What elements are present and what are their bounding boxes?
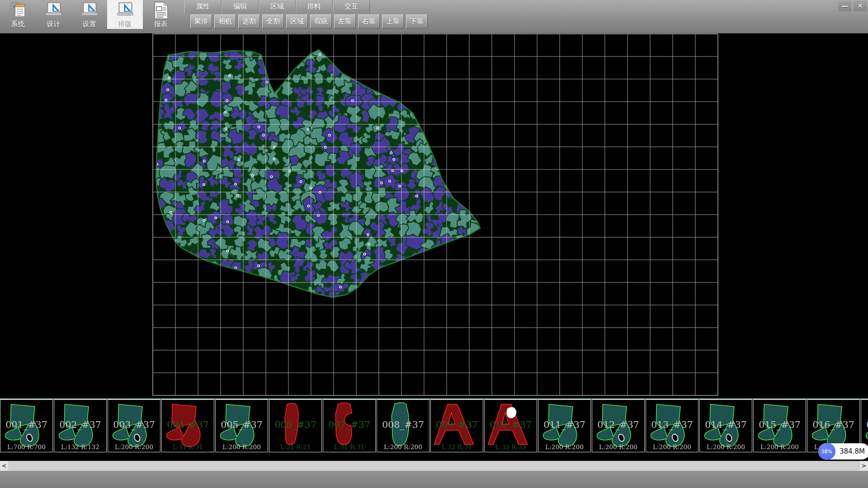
tool-button-0[interactable]: 聚排 bbox=[190, 14, 212, 28]
svg-text:016_#37: 016_#37 bbox=[812, 419, 854, 430]
svg-text:011_#37: 011_#37 bbox=[543, 419, 585, 430]
scroll-right-button[interactable]: > bbox=[860, 461, 868, 471]
thumbnail-013_#37[interactable]: 013_#37L:200 R:200 bbox=[646, 399, 698, 452]
memory-size-label: 384.8M bbox=[840, 447, 865, 455]
horizontal-scrollbar[interactable]: < > bbox=[0, 461, 868, 471]
thumbnail-009_#37[interactable]: 009_#37L:32 R:31 bbox=[430, 399, 483, 452]
tab-bar: 系统设计设置排版报表 bbox=[0, 0, 179, 29]
menu-item-4[interactable]: 交互 bbox=[333, 0, 370, 13]
thumbnail-005_#37[interactable]: 005_#37L:200 R:200 bbox=[215, 399, 268, 452]
tab-label: 设置 bbox=[83, 20, 96, 28]
report-icon bbox=[151, 0, 171, 20]
tool-button-8[interactable]: 上靠 bbox=[382, 14, 404, 28]
thumbnail-014_#37[interactable]: 014_#37L:200 R:200 bbox=[699, 399, 752, 452]
tool-button-row: 聚排相机选割全割区域瑕疵左靠右靠上靠下靠 bbox=[190, 14, 428, 28]
menu-item-2[interactable]: 区域 bbox=[259, 0, 296, 13]
tab-report[interactable]: 报表 bbox=[143, 0, 179, 29]
nesting-canvas[interactable] bbox=[0, 33, 868, 399]
piece-thumbnail-strip: 001_#37L:700 R:700002_#37L:132 R:132003_… bbox=[0, 399, 868, 454]
tab-settings[interactable]: 设置 bbox=[71, 0, 107, 29]
svg-text:L:200 R:200: L:200 R:200 bbox=[653, 443, 691, 450]
thumbnail-007_#37[interactable]: 007_#37L:31 R:31 bbox=[323, 399, 376, 452]
tab-system[interactable]: 系统 bbox=[0, 0, 36, 29]
settings-icon bbox=[79, 0, 100, 20]
thumbnail-001_#37[interactable]: 001_#37L:700 R:700 bbox=[0, 399, 53, 452]
tool-button-1[interactable]: 相机 bbox=[214, 14, 236, 28]
svg-text:L:33 R:33: L:33 R:33 bbox=[495, 443, 526, 450]
svg-text:002_#37: 002_#37 bbox=[59, 419, 101, 430]
svg-text:L:200 R:200: L:200 R:200 bbox=[115, 443, 153, 450]
design-icon bbox=[43, 0, 64, 20]
tool-button-6[interactable]: 左靠 bbox=[334, 14, 356, 28]
svg-text:010_#37: 010_#37 bbox=[490, 419, 531, 430]
tool-button-3[interactable]: 全割 bbox=[262, 14, 284, 28]
svg-text:L:200 R:200: L:200 R:200 bbox=[384, 443, 422, 450]
tool-button-2[interactable]: 选割 bbox=[238, 14, 260, 28]
svg-text:006_#37: 006_#37 bbox=[274, 419, 316, 430]
tab-label: 系统 bbox=[11, 20, 25, 28]
tab-label: 报表 bbox=[154, 20, 168, 28]
svg-text:015_#37: 015_#37 bbox=[759, 419, 800, 430]
svg-text:L:31 R:31: L:31 R:31 bbox=[173, 443, 203, 450]
svg-text:001_#37: 001_#37 bbox=[5, 419, 47, 430]
thumbnail-012_#37[interactable]: 012_#37L:200 R:200 bbox=[592, 399, 645, 452]
svg-text:013_#37: 013_#37 bbox=[651, 419, 693, 430]
window-controls: — ✕ bbox=[838, 1, 867, 11]
menu-item-0[interactable]: 属性 bbox=[184, 0, 222, 13]
close-button[interactable]: ✕ bbox=[854, 1, 867, 11]
tab-label: 排版 bbox=[118, 20, 132, 28]
svg-text:L:200 R:200: L:200 R:200 bbox=[599, 443, 637, 450]
scroll-left-button[interactable]: < bbox=[0, 461, 8, 471]
menu-item-1[interactable]: 编辑 bbox=[222, 0, 259, 13]
thumbnail-011_#37[interactable]: 011_#37L:200 R:200 bbox=[538, 399, 591, 452]
system-icon bbox=[8, 0, 28, 20]
tool-button-9[interactable]: 下靠 bbox=[406, 14, 428, 28]
svg-text:L:200 R:200: L:200 R:200 bbox=[545, 443, 584, 450]
svg-text:005_#37: 005_#37 bbox=[221, 419, 262, 430]
svg-text:007_#37: 007_#37 bbox=[328, 419, 370, 430]
svg-text:017_#37: 017_#37 bbox=[866, 419, 868, 430]
svg-text:L:21 R:21: L:21 R:21 bbox=[280, 443, 311, 450]
tab-design[interactable]: 设计 bbox=[36, 0, 71, 29]
svg-text:L:31 R:31: L:31 R:31 bbox=[334, 443, 365, 450]
svg-text:008_#37: 008_#37 bbox=[382, 419, 424, 430]
svg-text:L:132 R:132: L:132 R:132 bbox=[61, 443, 99, 450]
layout-icon bbox=[115, 0, 136, 20]
svg-text:009_#37: 009_#37 bbox=[436, 419, 477, 430]
svg-text:L:32 R:31: L:32 R:31 bbox=[442, 443, 472, 450]
thumbnail-015_#37[interactable]: 015_#37L:200 R:200 bbox=[753, 399, 806, 452]
thumbnail-004_#37[interactable]: 004_#37L:31 R:31 bbox=[161, 399, 214, 452]
svg-text:L:200 R:200: L:200 R:200 bbox=[222, 443, 261, 450]
svg-text:012_#37: 012_#37 bbox=[597, 419, 639, 430]
tab-label: 设计 bbox=[47, 20, 61, 28]
menu-bar: 属性编辑区域排料交互 bbox=[184, 0, 370, 13]
svg-text:L:700 R:700: L:700 R:700 bbox=[7, 443, 46, 450]
nesting-layout-drawing bbox=[0, 33, 868, 399]
status-bar bbox=[0, 471, 868, 488]
svg-text:004_#37: 004_#37 bbox=[167, 419, 208, 430]
svg-text:014_#37: 014_#37 bbox=[705, 419, 746, 430]
toolbar: 系统设计设置排版报表 属性编辑区域排料交互 聚排相机选割全割区域瑕疵左靠右靠上靠… bbox=[0, 0, 868, 33]
tool-button-4[interactable]: 区域 bbox=[286, 14, 308, 28]
thumbnail-003_#37[interactable]: 003_#37L:200 R:200 bbox=[108, 399, 160, 452]
tool-button-7[interactable]: 右靠 bbox=[358, 14, 380, 28]
progress-badge[interactable]: 38% 384.8M bbox=[818, 443, 868, 460]
thumbnail-002_#37[interactable]: 002_#37L:132 R:132 bbox=[54, 399, 107, 452]
tool-button-5[interactable]: 瑕疵 bbox=[310, 14, 332, 28]
thumbnail-008_#37[interactable]: 008_#37L:200 R:200 bbox=[377, 399, 429, 452]
thumbnail-006_#37[interactable]: 006_#37L:21 R:21 bbox=[269, 399, 322, 452]
svg-text:L:200 R:200: L:200 R:200 bbox=[760, 443, 799, 450]
menu-item-3[interactable]: 排料 bbox=[296, 0, 333, 13]
svg-text:L:200 R:200: L:200 R:200 bbox=[707, 443, 745, 450]
svg-text:003_#37: 003_#37 bbox=[113, 419, 155, 430]
tab-layout[interactable]: 排版 bbox=[107, 0, 143, 29]
thumbnail-010_#37[interactable]: 010_#37L:33 R:33 bbox=[484, 399, 537, 452]
minimize-button[interactable]: — bbox=[838, 1, 851, 11]
progress-percent-circle: 38% bbox=[818, 443, 835, 460]
